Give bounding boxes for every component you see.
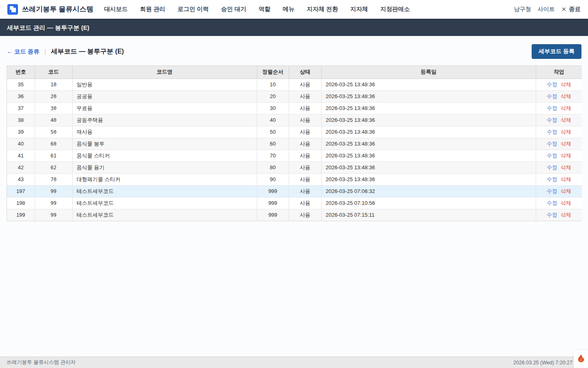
row-no: 41 <box>7 150 35 162</box>
delete-link[interactable]: 삭제 <box>561 200 571 206</box>
logout-label: 종료 <box>569 5 581 13</box>
column-header-4: 상태 <box>289 66 321 79</box>
row-status: 사용 <box>289 197 321 209</box>
table-row: 3730무료용30사용2026-03-25 13:48:36수정삭제 <box>7 102 582 114</box>
edit-link[interactable]: 수정 <box>547 164 557 171</box>
row-name: 대형폐기물 스티커 <box>72 173 257 185</box>
topnav-right: 남구청 사이트 ✕ 종료 <box>514 5 581 13</box>
row-code: 60 <box>35 138 72 150</box>
row-date: 2026-03-25 13:48:36 <box>321 150 536 162</box>
edit-link[interactable]: 수정 <box>547 176 557 182</box>
row-actions: 수정삭제 <box>536 197 582 209</box>
edit-link[interactable]: 수정 <box>547 188 557 194</box>
row-code: 99 <box>35 209 72 221</box>
row-order: 80 <box>257 162 289 173</box>
framework-badge[interactable] <box>574 350 588 368</box>
nav-item-3[interactable]: 승인 대기 <box>221 5 246 13</box>
edit-link[interactable]: 수정 <box>547 212 557 218</box>
edit-link[interactable]: 수정 <box>547 200 557 206</box>
column-header-0: 번호 <box>7 66 35 79</box>
table-row: 4370대형폐기물 스티커90사용2026-03-25 13:48:36수정삭제 <box>7 173 582 185</box>
edit-link[interactable]: 수정 <box>547 105 557 111</box>
delete-link[interactable]: 삭제 <box>561 117 571 123</box>
row-order: 999 <box>257 209 289 221</box>
row-order: 60 <box>257 138 289 150</box>
nav-item-5[interactable]: 메뉴 <box>283 5 294 13</box>
page-header-title: 세부코드 관리 — 봉투구분 (E) <box>7 24 89 32</box>
delete-link[interactable]: 삭제 <box>561 176 571 182</box>
row-actions: 수정삭제 <box>536 102 582 114</box>
delete-link[interactable]: 삭제 <box>561 81 571 88</box>
footer: 쓰레기봉투 물류시스템 관리자 2026.03.25 (Wed) 7:20:27 <box>0 357 588 368</box>
detail-code-table-wrap: 번호코드코드명정렬순서상태등록일작업 3510일반용10사용2026-03-25… <box>7 65 581 221</box>
row-no: 197 <box>7 185 35 197</box>
row-order: 10 <box>257 79 289 90</box>
row-date: 2026-03-25 13:48:36 <box>321 126 536 138</box>
row-date: 2026-03-25 07:06:32 <box>321 185 536 197</box>
delete-link[interactable]: 삭제 <box>561 212 571 218</box>
nav-item-2[interactable]: 로그인 이력 <box>178 5 209 13</box>
row-code: 10 <box>35 79 72 90</box>
delete-link[interactable]: 삭제 <box>561 188 571 194</box>
row-actions: 수정삭제 <box>536 173 582 185</box>
delete-link[interactable]: 삭제 <box>561 153 571 159</box>
delete-link[interactable]: 삭제 <box>561 141 571 147</box>
row-name: 공공용 <box>72 90 257 102</box>
row-no: 198 <box>7 197 35 209</box>
row-actions: 수정삭제 <box>536 150 582 162</box>
row-name: 재사용 <box>72 126 257 138</box>
row-code: 99 <box>35 185 72 197</box>
column-header-2: 코드명 <box>72 66 257 79</box>
edit-link[interactable]: 수정 <box>547 117 557 123</box>
delete-link[interactable]: 삭제 <box>561 129 571 135</box>
column-header-1: 코드 <box>35 66 72 79</box>
app-logo-icon <box>7 4 18 15</box>
row-code: 61 <box>35 150 72 162</box>
row-date: 2026-03-25 13:48:36 <box>321 162 536 173</box>
detail-code-table: 번호코드코드명정렬순서상태등록일작업 3510일반용10사용2026-03-25… <box>7 66 582 221</box>
row-name: 음식물 봉투 <box>72 138 257 150</box>
delete-link[interactable]: 삭제 <box>561 105 571 111</box>
breadcrumb-divider: | <box>45 48 46 55</box>
column-header-5: 등록일 <box>321 66 536 79</box>
top-navigation: 쓰레기봉투 물류시스템 대시보드회원 관리로그인 이력승인 대기역할메뉴지자체 … <box>0 0 588 19</box>
row-actions: 수정삭제 <box>536 126 582 138</box>
back-to-code-types-link[interactable]: ← 코드 종류 <box>7 48 40 56</box>
nav-item-7[interactable]: 지자체 <box>350 5 368 13</box>
nav-item-4[interactable]: 역할 <box>258 5 270 13</box>
row-order: 40 <box>257 114 289 126</box>
row-date: 2026-03-25 13:48:36 <box>321 79 536 90</box>
logout-button[interactable]: ✕ 종료 <box>561 5 581 13</box>
nav-item-8[interactable]: 지정판매소 <box>380 5 410 13</box>
row-no: 36 <box>7 90 35 102</box>
nav-item-0[interactable]: 대시보드 <box>104 5 128 13</box>
row-code: 40 <box>35 114 72 126</box>
edit-link[interactable]: 수정 <box>547 93 557 99</box>
register-detail-code-button[interactable]: 세부코드 등록 <box>532 44 581 59</box>
site-link[interactable]: 사이트 <box>537 6 555 13</box>
table-row: 4262음식물 용기80사용2026-03-25 13:48:36수정삭제 <box>7 162 582 173</box>
row-status: 사용 <box>289 173 321 185</box>
row-no: 37 <box>7 102 35 114</box>
row-status: 사용 <box>289 102 321 114</box>
row-code: 99 <box>35 197 72 209</box>
brand[interactable]: 쓰레기봉투 물류시스템 <box>7 4 94 15</box>
footer-admin-label: 쓰레기봉투 물류시스템 관리자 <box>7 359 76 366</box>
edit-link[interactable]: 수정 <box>547 141 557 147</box>
edit-link[interactable]: 수정 <box>547 129 557 135</box>
row-name: 일반용 <box>72 79 257 90</box>
edit-link[interactable]: 수정 <box>547 153 557 159</box>
row-order: 20 <box>257 90 289 102</box>
nav-item-6[interactable]: 지자체 전환 <box>307 5 338 13</box>
edit-link[interactable]: 수정 <box>547 81 557 88</box>
row-name: 테스트세부코드 <box>72 185 257 197</box>
delete-link[interactable]: 삭제 <box>561 164 571 171</box>
row-code: 20 <box>35 90 72 102</box>
row-actions: 수정삭제 <box>536 209 582 221</box>
nav-item-1[interactable]: 회원 관리 <box>140 5 165 13</box>
toolbar: ← 코드 종류 | 세부코드 — 봉투구분 (E) 세부코드 등록 <box>7 43 581 61</box>
main-nav: 대시보드회원 관리로그인 이력승인 대기역할메뉴지자체 전환지자체지정판매소 <box>104 5 410 13</box>
table-row: 3840공동주택용40사용2026-03-25 13:48:36수정삭제 <box>7 114 582 126</box>
delete-link[interactable]: 삭제 <box>561 93 571 99</box>
table-row: 3510일반용10사용2026-03-25 13:48:36수정삭제 <box>7 79 582 90</box>
